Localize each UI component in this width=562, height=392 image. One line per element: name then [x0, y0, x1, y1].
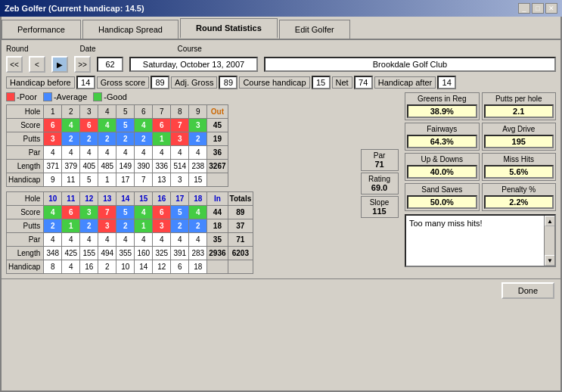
penalty-label: Penalty %	[484, 185, 554, 194]
next-button[interactable]: >>	[74, 56, 91, 73]
tab-bar: Performance Handicap Spread Round Statis…	[2, 17, 560, 40]
handicap-after-label: Handicap after	[374, 76, 436, 89]
window-controls[interactable]: _ □ ✕	[518, 3, 557, 14]
back9-table: Hole 10 11 12 13 14 15 16 17 18 In Total…	[6, 191, 253, 274]
bottom-bar: Done	[2, 278, 560, 302]
course-handicap-value: 15	[312, 76, 331, 89]
net-value: 74	[354, 76, 373, 89]
nav-row: Round Date Course	[6, 45, 556, 53]
avg-drive-label: Avg Drive	[484, 125, 554, 133]
front9-putts-row: Putts 3 2 2 2 2 2 1 3 2 19	[7, 132, 228, 146]
slope-value: 115	[365, 207, 395, 216]
par-value: 71	[365, 160, 395, 169]
tab-handicap-spread[interactable]: Handicap Spread	[82, 20, 179, 39]
front9-table: Hole 1 2 3 4 5 6 7 8 9 Out Score 6	[6, 104, 228, 187]
course-handicap-label: Course handicap	[239, 76, 309, 89]
miss-hits-label: Miss Hits	[484, 155, 554, 163]
back9-handicap-row: Handicap 8 4 16 2 10 14 12 6 18	[7, 260, 253, 274]
poor-label: -Poor	[17, 92, 37, 101]
penalty-value: 2.2%	[484, 195, 554, 209]
legend-poor: -Poor	[6, 92, 37, 101]
info-bar: Handicap before 14 Gross score 89 Adj. G…	[6, 76, 556, 89]
scroll-down-btn[interactable]: ▼	[545, 255, 555, 266]
window-title: Zeb Golfer (Current handicap: 14.5)	[5, 4, 144, 13]
front9-length-row: Length 371 379 405 485 149 390 336 514 2…	[7, 160, 228, 173]
back9-hole-row: Hole 10 11 12 13 14 15 16 17 18 In Total…	[7, 192, 253, 206]
course-input[interactable]: Brookdale Golf Club	[264, 57, 556, 72]
fairways-value: 64.3%	[407, 135, 477, 148]
up-downs-box: Up & Downs 40.0%	[405, 153, 480, 181]
avg-drive-value: 195	[484, 135, 554, 148]
first-button[interactable]: <<	[6, 56, 23, 73]
handicap-before-label: Handicap before	[6, 76, 75, 89]
sand-saves-box: Sand Saves 50.0%	[405, 183, 480, 211]
par-label: Par	[365, 151, 395, 160]
legend-avg: -Average	[43, 92, 87, 101]
fairways-box: Fairways 64.3%	[405, 123, 480, 151]
done-button[interactable]: Done	[501, 282, 554, 299]
front9-hole-row: Hole 1 2 3 4 5 6 7 8 9 Out	[7, 105, 228, 119]
handicap-after-value: 14	[437, 76, 456, 89]
play-button[interactable]: ▶	[51, 56, 68, 73]
stats-panel: Greens in Reg 38.9% Putts per hole 2.1 F…	[405, 92, 556, 274]
greens-in-reg-box: Greens in Reg 38.9%	[405, 92, 480, 120]
up-downs-label: Up & Downs	[407, 155, 477, 163]
up-downs-value: 40.0%	[407, 165, 477, 179]
back9-par-row: Par 4 4 4 4 4 4 4 4 4 35 71	[7, 233, 253, 247]
round-input[interactable]: 62	[97, 57, 123, 72]
sand-saves-label: Sand Saves	[407, 185, 477, 194]
miss-hits-value: 5.6%	[484, 165, 554, 179]
hole-label-back: Hole	[7, 192, 44, 206]
good-label: -Good	[104, 92, 127, 101]
sand-saves-value: 50.0%	[407, 195, 477, 209]
round-label: Round	[6, 45, 28, 53]
scroll-up-btn[interactable]: ▲	[545, 216, 555, 226]
prev-button[interactable]: <	[29, 56, 45, 73]
legend-good: -Good	[93, 92, 127, 101]
maximize-button[interactable]: □	[532, 3, 544, 14]
date-label: Date	[79, 45, 95, 53]
notes-container: Too many miss hits! ▲ ▼	[405, 214, 556, 267]
putts-per-hole-value: 2.1	[484, 104, 554, 118]
putts-per-hole-box: Putts per hole 2.1	[482, 92, 557, 120]
notes-text: Too many miss hits!	[406, 216, 544, 231]
back9-score-row: Score 4 6 3 7 5 4 6 5 4 44 89	[7, 206, 253, 219]
net-label: Net	[332, 76, 352, 89]
back9-length-row: Length 348 425 155 494 355 160 325 391 2…	[7, 247, 253, 260]
putts-per-hole-label: Putts per hole	[484, 95, 554, 103]
handicap-before-value: 14	[76, 76, 95, 89]
back9-putts-row: Putts 2 1 2 3 2 1 3 2 2 18 37	[7, 219, 253, 233]
course-label: Course	[178, 45, 202, 53]
main-window: Performance Handicap Spread Round Statis…	[0, 17, 562, 392]
nav-controls: << < ▶ >> 62 Saturday, October 13, 2007 …	[6, 56, 556, 73]
fairways-label: Fairways	[407, 125, 477, 133]
tab-performance[interactable]: Performance	[2, 20, 81, 39]
rating-box: Rating 69.0	[361, 173, 399, 194]
rating-value: 69.0	[365, 183, 395, 192]
rating-label: Rating	[365, 175, 395, 183]
greens-in-reg-value: 38.9%	[407, 104, 477, 118]
tab-edit-golfer[interactable]: Edit Golfer	[279, 20, 350, 39]
par-box: Par 71	[361, 149, 399, 171]
main-content: Round Date Course << < ▶ >> 62 Saturday,…	[2, 40, 560, 278]
poor-icon	[6, 92, 15, 101]
slope-label: Slope	[365, 198, 395, 207]
avg-label: -Average	[54, 92, 87, 101]
minimize-button[interactable]: _	[518, 3, 530, 14]
close-button[interactable]: ✕	[545, 3, 557, 14]
adj-gross-value: 89	[219, 76, 238, 89]
scrollbar[interactable]: ▲ ▼	[544, 216, 554, 266]
title-bar: Zeb Golfer (Current handicap: 14.5) _ □ …	[0, 0, 562, 17]
par-rating-box: Par 71 Rating 69.0 Slope 115	[359, 92, 400, 274]
hole-label: Hole	[7, 105, 44, 119]
miss-hits-box: Miss Hits 5.6%	[482, 153, 557, 181]
front9-score-row: Score 6 4 6 4 5 4 6 7 3 45	[7, 119, 228, 132]
date-input[interactable]: Saturday, October 13, 2007	[129, 57, 258, 72]
gross-score-label: Gross score	[97, 76, 149, 89]
tab-round-statistics[interactable]: Round Statistics	[180, 18, 278, 39]
gross-score-value: 89	[151, 76, 169, 89]
main-area: -Poor -Average -Good Hole 1	[6, 92, 556, 274]
avg-icon	[43, 92, 52, 101]
penalty-box: Penalty % 2.2%	[482, 183, 557, 211]
front9-handicap-row: Handicap 9 11 5 1 17 7 13 3 15	[7, 173, 228, 187]
